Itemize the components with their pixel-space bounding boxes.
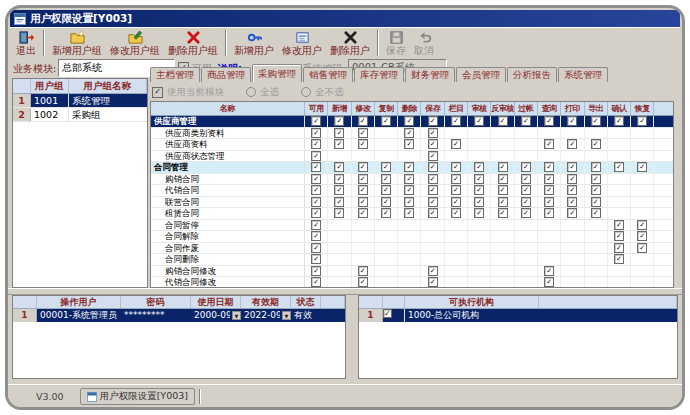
permission-cell[interactable] [608, 197, 631, 208]
permission-cell[interactable] [585, 128, 608, 139]
permission-cell[interactable] [445, 277, 468, 288]
permission-cell[interactable]: ✓ [445, 116, 468, 127]
permission-cell[interactable]: ✓ [398, 139, 421, 150]
permission-checkbox[interactable]: ✓ [498, 116, 508, 126]
permission-cell[interactable]: ✓ [515, 174, 538, 185]
permission-checkbox[interactable]: ✓ [404, 139, 414, 149]
permission-cell[interactable]: ✓ [305, 139, 328, 150]
permission-cell[interactable]: ✓ [468, 162, 491, 173]
permission-cell[interactable] [608, 128, 631, 139]
permission-checkbox[interactable]: ✓ [311, 162, 321, 172]
permission-cell[interactable]: ✓ [398, 162, 421, 173]
permission-checkbox[interactable]: ✓ [591, 162, 601, 172]
permission-checkbox[interactable]: ✓ [311, 254, 321, 264]
permission-cell[interactable]: ✓ [468, 197, 491, 208]
permission-checkbox[interactable]: ✓ [334, 128, 344, 138]
permission-cell[interactable] [515, 231, 538, 242]
permission-checkbox[interactable]: ✓ [311, 197, 321, 207]
permission-cell[interactable] [538, 220, 561, 231]
permission-checkbox[interactable]: ✓ [567, 185, 577, 195]
permission-checkbox[interactable]: ✓ [311, 243, 321, 253]
permission-cell[interactable] [608, 151, 631, 162]
permission-cell[interactable] [468, 266, 491, 277]
permission-checkbox[interactable]: ✓ [358, 116, 368, 126]
permission-cell[interactable]: ✓ [445, 139, 468, 150]
permission-cell[interactable] [538, 151, 561, 162]
permission-cell[interactable] [468, 139, 491, 150]
permission-checkbox[interactable]: ✓ [637, 243, 647, 253]
permission-cell[interactable]: ✓ [305, 254, 328, 265]
permission-cell[interactable]: ✓ [398, 174, 421, 185]
permission-cell[interactable] [328, 254, 351, 265]
permission-cell[interactable] [561, 277, 584, 288]
permission-cell[interactable] [515, 243, 538, 254]
permission-cell[interactable] [608, 208, 631, 219]
permission-cell[interactable] [538, 243, 561, 254]
permission-checkbox[interactable]: ✓ [544, 266, 554, 276]
permission-checkbox[interactable]: ✓ [451, 162, 461, 172]
permission-cell[interactable] [631, 197, 654, 208]
permission-checkbox[interactable]: ✓ [521, 185, 531, 195]
permission-cell[interactable] [445, 128, 468, 139]
permission-cell[interactable] [375, 220, 398, 231]
permission-cell[interactable]: ✓ [305, 266, 328, 277]
permission-checkbox[interactable]: ✓ [637, 231, 647, 241]
permission-cell[interactable] [375, 266, 398, 277]
permission-cell[interactable] [398, 151, 421, 162]
permission-cell[interactable]: ✓ [305, 185, 328, 196]
permission-cell[interactable]: ✓ [608, 254, 631, 265]
permission-cell[interactable]: ✓ [398, 185, 421, 196]
permission-cell[interactable]: ✓ [585, 185, 608, 196]
permission-checkbox[interactable]: ✓ [544, 197, 554, 207]
permission-checkbox[interactable]: ✓ [334, 116, 344, 126]
permission-cell[interactable]: ✓ [305, 220, 328, 231]
permission-checkbox[interactable]: ✓ [404, 128, 414, 138]
permission-cell[interactable] [491, 266, 514, 277]
permission-cell[interactable] [538, 254, 561, 265]
permission-cell[interactable] [445, 254, 468, 265]
tab-8[interactable]: 系统管理 [558, 67, 608, 82]
permission-cell[interactable]: ✓ [561, 174, 584, 185]
permission-cell[interactable] [561, 266, 584, 277]
permission-cell[interactable] [561, 151, 584, 162]
permission-cell[interactable] [375, 277, 398, 288]
permission-cell[interactable] [515, 139, 538, 150]
permission-cell[interactable] [631, 266, 654, 277]
org-checkbox[interactable]: ✓ [383, 309, 392, 318]
permission-cell[interactable]: ✓ [538, 266, 561, 277]
permission-cell[interactable]: ✓ [352, 197, 375, 208]
permission-checkbox[interactable]: ✓ [381, 197, 391, 207]
permission-cell[interactable] [328, 243, 351, 254]
permission-row[interactable]: 代销合同✓✓✓✓✓✓✓✓✓✓✓✓✓ [151, 185, 673, 197]
permission-cell[interactable] [631, 254, 654, 265]
permission-checkbox[interactable]: ✓ [591, 116, 601, 126]
vertical-splitter[interactable] [346, 295, 358, 379]
permission-checkbox[interactable]: ✓ [381, 162, 391, 172]
permission-cell[interactable] [585, 243, 608, 254]
permission-cell[interactable] [585, 151, 608, 162]
tab-4[interactable]: 库存管理 [354, 67, 404, 82]
delete-user-group-button[interactable]: 删除用户组 [164, 29, 222, 58]
permission-cell[interactable]: ✓ [631, 162, 654, 173]
permission-checkbox[interactable]: ✓ [311, 185, 321, 195]
permission-cell[interactable]: ✓ [328, 128, 351, 139]
permission-cell[interactable] [585, 231, 608, 242]
permission-cell[interactable] [352, 151, 375, 162]
permission-cell[interactable] [375, 139, 398, 150]
date-dropdown-button[interactable]: ▼ [282, 311, 291, 320]
permission-cell[interactable]: ✓ [305, 277, 328, 288]
permission-cell[interactable]: ✓ [585, 208, 608, 219]
permission-checkbox[interactable]: ✓ [567, 174, 577, 184]
permission-checkbox[interactable]: ✓ [428, 139, 438, 149]
permission-cell[interactable]: ✓ [328, 174, 351, 185]
permission-cell[interactable] [375, 128, 398, 139]
permission-checkbox[interactable]: ✓ [498, 174, 508, 184]
permission-checkbox[interactable]: ✓ [451, 208, 461, 218]
permission-cell[interactable] [491, 231, 514, 242]
permission-checkbox[interactable]: ✓ [498, 162, 508, 172]
permission-cell[interactable]: ✓ [445, 185, 468, 196]
permission-cell[interactable]: ✓ [445, 197, 468, 208]
permission-cell[interactable]: ✓ [585, 197, 608, 208]
permission-cell[interactable]: ✓ [491, 116, 514, 127]
permission-cell[interactable] [445, 220, 468, 231]
